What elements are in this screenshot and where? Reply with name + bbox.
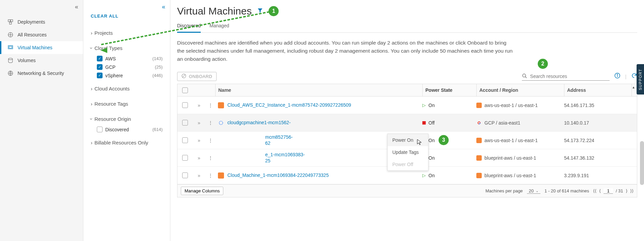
row-checkbox[interactable] <box>182 120 188 126</box>
deployments-icon <box>7 19 13 25</box>
filter-option-discovered[interactable]: Discovered (614) <box>97 125 163 134</box>
filter-option-count: (143) <box>152 56 163 61</box>
search-icon <box>522 73 527 80</box>
col-header-account[interactable]: Account / Region <box>476 84 564 96</box>
row-actions-button[interactable]: ⋮ <box>206 103 215 108</box>
svg-rect-0 <box>8 20 10 22</box>
vm-name-link[interactable]: mcm852756-62 <box>265 134 293 146</box>
filter-group-billable[interactable]: › Billable Resources Only <box>91 136 163 149</box>
chevron-right-icon: › <box>91 30 92 36</box>
row-expand-button[interactable]: » <box>192 155 206 161</box>
nav-item-deployments[interactable]: Deployments <box>0 16 83 28</box>
per-page-label: Machines per page <box>485 188 523 193</box>
filter-group-cloud-accounts[interactable]: › Cloud Accounts <box>91 82 163 95</box>
manage-columns-button[interactable]: Manage Columns <box>181 187 223 195</box>
row-actions-button[interactable]: ⋮ <box>206 155 215 161</box>
address: 10.140.0.17 <box>564 120 632 126</box>
annotation-badge-3: 3 <box>439 135 449 145</box>
filter-group-cloud-types[interactable]: › Cloud Types <box>91 42 163 54</box>
nav-item-all-resources[interactable]: All Resources <box>0 28 83 41</box>
filter-group-resource-tags[interactable]: › Resource Tags <box>91 98 163 110</box>
chevron-down-icon: ⌄ <box>536 189 538 193</box>
aws-vm-icon <box>218 102 224 108</box>
clear-all-button[interactable]: CLEAR ALL <box>83 14 170 25</box>
nav-item-networking-security[interactable]: Networking & Security <box>0 67 83 80</box>
filter-option-count: (446) <box>152 73 163 78</box>
address: 54.147.36.132 <box>564 155 632 161</box>
onboard-label: ONBOARD <box>189 74 212 79</box>
col-header-power[interactable]: Power State <box>422 84 476 96</box>
nav-item-volumes[interactable]: Volumes <box>0 54 83 67</box>
chevron-down-icon: › <box>89 47 94 49</box>
page-input[interactable] <box>604 188 613 194</box>
filter-option-aws[interactable]: ✓ AWS (143) <box>97 54 163 63</box>
aws-icon <box>476 173 482 178</box>
info-icon[interactable] <box>614 73 620 80</box>
menu-item-power-on[interactable]: Power On <box>388 134 428 146</box>
next-page-button[interactable]: ⟩ <box>626 188 627 193</box>
filter-option-gcp[interactable]: ✓ GCP (25) <box>97 63 163 71</box>
svg-point-12 <box>523 74 526 77</box>
main-content: Virtual Machines 1 Discovered Managed Di… <box>170 0 644 241</box>
row-checkbox[interactable] <box>182 172 188 178</box>
tab-managed[interactable]: Managed <box>209 21 229 32</box>
vertical-scrollbar[interactable] <box>640 141 644 185</box>
support-tab[interactable]: SUPPORT <box>637 64 644 95</box>
checkbox-icon <box>97 127 103 132</box>
page-size-select[interactable]: 20 ⌄ <box>527 188 540 194</box>
leftnav-collapse-button[interactable]: « <box>0 0 83 14</box>
vm-name-link[interactable]: Cloud_AWS_EC2_Instance_1-mcm875742-20992… <box>227 102 351 108</box>
left-nav: « Deployments All Resources Virtual Mach… <box>0 0 83 241</box>
annotation-badge-1: 1 <box>269 6 279 16</box>
svg-rect-7 <box>9 46 12 48</box>
first-page-button[interactable]: ⟨⟨ <box>593 188 596 193</box>
annotation-badge-2: 2 <box>538 59 548 69</box>
tab-discovered[interactable]: Discovered <box>177 21 201 33</box>
col-header-address[interactable]: Address <box>564 84 632 96</box>
vm-name-link[interactable]: cloudgcpmachine1-mcm1562- <box>227 120 291 126</box>
row-expand-button[interactable]: » <box>192 173 206 178</box>
range-label: 1 - 20 of 614 machines <box>544 188 589 193</box>
aws-icon <box>476 138 482 143</box>
filter-label: Cloud Accounts <box>94 86 130 91</box>
menu-item-update-tags[interactable]: Update Tags <box>388 146 428 158</box>
chevron-right-icon: › <box>91 101 92 107</box>
checkbox-icon: ✓ <box>97 73 103 78</box>
last-page-button[interactable]: ⟩⟩ <box>630 188 634 193</box>
network-icon <box>7 70 13 76</box>
nav-label: All Resources <box>18 32 47 37</box>
prev-page-button[interactable]: ⟨ <box>599 188 601 193</box>
chevron-double-left-icon: « <box>162 3 165 10</box>
nav-item-virtual-machines[interactable]: Virtual Machines <box>0 41 83 54</box>
filter-option-label: GCP <box>105 64 115 70</box>
col-resize-handle[interactable]: ▲ <box>632 84 637 96</box>
filter-option-vsphere[interactable]: ✓ vSphere (446) <box>97 71 163 80</box>
search-box[interactable] <box>522 73 610 81</box>
stop-icon <box>422 121 426 125</box>
row-checkbox[interactable] <box>182 137 188 143</box>
menu-item-power-off: Power Off <box>388 158 428 170</box>
filter-group-projects[interactable]: › Projects <box>91 27 163 39</box>
filter-option-label: vSphere <box>105 73 123 78</box>
vm-name-link[interactable]: Cloud_Machine_1-mcm1069384-222049773325 <box>227 172 329 179</box>
filter-icon[interactable] <box>257 7 263 15</box>
search-input[interactable] <box>530 74 610 79</box>
select-all-checkbox[interactable] <box>182 87 188 93</box>
row-actions-button[interactable]: ⋮ <box>206 138 215 143</box>
filters-collapse-button[interactable]: « <box>83 0 170 14</box>
filter-group-resource-origin[interactable]: › Resource Origin <box>91 113 163 125</box>
checkbox-icon: ✓ <box>97 64 103 70</box>
row-expand-button[interactable]: » <box>192 103 206 108</box>
onboard-button[interactable]: ONBOARD <box>177 72 217 81</box>
row-actions-button[interactable]: ⋮ <box>206 173 215 178</box>
row-actions-button[interactable]: ⋮ <box>206 120 215 126</box>
row-expand-button[interactable]: » <box>192 138 206 143</box>
row-expand-button[interactable]: » <box>192 120 206 126</box>
chevron-right-icon: › <box>91 86 92 91</box>
row-checkbox[interactable] <box>182 102 188 108</box>
vm-name-link[interactable]: e_1-mcm1069383-25 <box>265 152 305 164</box>
row-checkbox[interactable] <box>182 155 188 161</box>
col-header-name[interactable]: Name <box>215 84 422 96</box>
svg-line-13 <box>525 77 527 78</box>
page-title: Virtual Machines <box>177 5 252 17</box>
